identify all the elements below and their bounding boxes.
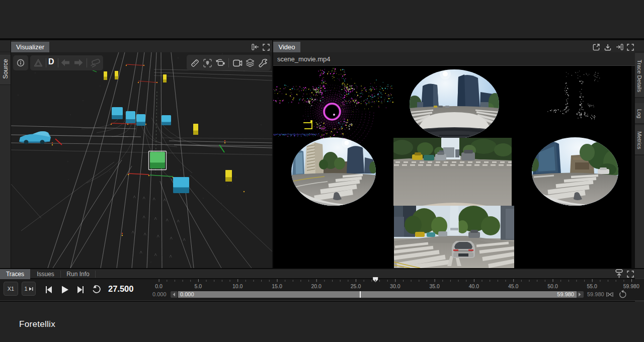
svg-text:20.0: 20.0 bbox=[311, 283, 321, 289]
svg-text:50.0: 50.0 bbox=[547, 283, 558, 289]
svg-text:55.0: 55.0 bbox=[587, 283, 597, 289]
svg-text:0.000: 0.000 bbox=[180, 291, 194, 297]
svg-text:5.0: 5.0 bbox=[195, 283, 202, 289]
svg-text:59.980: 59.980 bbox=[587, 291, 604, 297]
svg-text:0.0: 0.0 bbox=[155, 283, 163, 289]
svg-text:0.000: 0.000 bbox=[152, 291, 167, 297]
svg-text:59.980: 59.980 bbox=[623, 283, 639, 289]
svg-text:10.0: 10.0 bbox=[232, 283, 243, 289]
svg-text:30.0: 30.0 bbox=[390, 283, 400, 289]
svg-text:45.0: 45.0 bbox=[508, 283, 519, 289]
svg-text:25.0: 25.0 bbox=[351, 283, 361, 289]
svg-text:15.0: 15.0 bbox=[272, 283, 282, 289]
svg-text:40.0: 40.0 bbox=[469, 283, 479, 289]
svg-text:35.0: 35.0 bbox=[429, 283, 440, 289]
svg-text:59.980: 59.980 bbox=[557, 291, 574, 297]
